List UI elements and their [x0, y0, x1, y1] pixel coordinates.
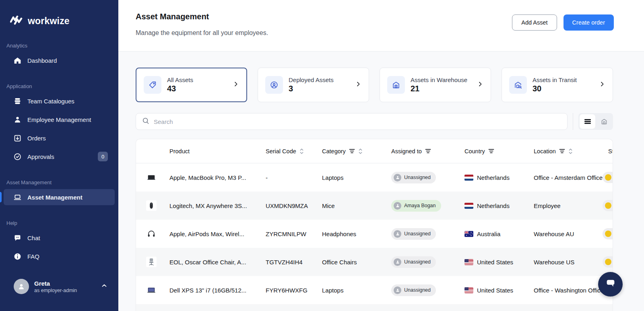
search-input[interactable]: [154, 118, 561, 125]
content-area: All Assets 43 Deployed Assets 3: [118, 51, 644, 311]
card-all-assets[interactable]: All Assets 43: [136, 68, 247, 102]
assigned-to-cell: Unassigned: [391, 228, 464, 240]
column-header-status[interactable]: Status: [608, 148, 613, 154]
sidebar-item-chat[interactable]: Chat: [0, 229, 118, 247]
status-badge: [603, 172, 613, 183]
next-row-partial: [136, 304, 613, 311]
yellow-status-dot: [605, 231, 611, 237]
workwize-logo[interactable]: workwize: [0, 0, 118, 27]
sidebar-item-label: Asset Management: [27, 194, 83, 201]
category: Office Chairs: [322, 259, 391, 266]
assignee-pill: Unassigned: [391, 284, 436, 296]
card-assets-in-transit[interactable]: Assets in Transit 30: [502, 68, 613, 102]
chat-launcher-button[interactable]: [598, 272, 623, 297]
serial-code: -: [266, 174, 322, 181]
card-count: 30: [533, 84, 577, 93]
table-row[interactable]: EOL, Oscar Office Chair, A... TGTVZH4IH4…: [136, 248, 613, 276]
create-order-button[interactable]: Create order: [564, 14, 614, 31]
page-header: Asset Management Manage the equipment fo…: [118, 0, 644, 51]
table-row[interactable]: Apple, MacBook Pro, M3 P... - Laptops Un…: [136, 163, 613, 192]
sidebar-item-asset-management[interactable]: Asset Management: [4, 189, 115, 205]
assigned-to-cell: Unassigned: [391, 172, 464, 183]
location: Employee: [534, 202, 608, 209]
person-icon: [394, 230, 401, 238]
header-actions: Add Asset Create order: [512, 12, 614, 51]
column-header-assigned-to[interactable]: Assigned to: [391, 148, 464, 154]
sidebar-item-label: Employee Management: [27, 116, 91, 123]
add-asset-button[interactable]: Add Asset: [512, 14, 557, 31]
country-name: Netherlands: [477, 202, 510, 209]
column-header-country[interactable]: Country: [464, 148, 534, 154]
column-label: Assigned to: [391, 148, 422, 154]
status-cell: [608, 172, 613, 183]
sidebar: workwize Analytics Dashboard Application…: [0, 0, 118, 311]
sidebar-item-employee-management[interactable]: Employee Management: [0, 110, 118, 129]
sidebar-item-orders[interactable]: Orders: [0, 129, 118, 147]
serial-code: FYRY6HWXFG: [266, 287, 322, 294]
table-header-row: Product Serial Code Category Assigned to: [136, 139, 613, 163]
country-cell: United States: [464, 287, 534, 294]
search-icon: [142, 117, 150, 126]
column-label: Serial Code: [266, 148, 296, 154]
list-view-icon[interactable]: [580, 114, 595, 129]
sidebar-item-approvals[interactable]: Approvals 0: [0, 147, 118, 166]
serial-code: ZYRCMNILPW: [266, 231, 322, 237]
category: Laptops: [322, 287, 391, 294]
sidebar-item-team-catalogues[interactable]: Team Catalogues: [0, 92, 118, 110]
divider: [573, 113, 573, 130]
serial-code: UXMDKN9MZA: [266, 202, 322, 209]
table-row[interactable]: Apple, AirPods Max, Wirel... ZYRCMNILPW …: [136, 220, 613, 248]
person-icon: [394, 174, 401, 181]
sidebar-section-analytics: Analytics: [6, 43, 112, 49]
search-box: [136, 113, 568, 130]
approvals-count-badge: 0: [98, 152, 108, 161]
chevron-up-icon[interactable]: [101, 282, 108, 291]
product-name: EOL, Oscar Office Chair, A...: [169, 259, 266, 266]
assignee-name: Unassigned: [404, 231, 431, 237]
chevron-right-icon: [477, 81, 483, 89]
australia-flag: [464, 231, 473, 237]
assignee-name: Unassigned: [404, 259, 431, 265]
person-icon: [394, 258, 401, 266]
table-row[interactable]: Dell XPS 13" i7 (16GB/512... FYRY6HWXFG …: [136, 276, 613, 304]
chat-bubble-icon: [605, 278, 617, 291]
column-header-serial-code[interactable]: Serial Code: [266, 148, 322, 154]
product-name: Logitech, MX Anywhere 3S...: [169, 202, 266, 209]
warehouse-view-icon[interactable]: [596, 114, 612, 129]
netherlands-flag: [464, 203, 473, 209]
yellow-status-dot: [605, 259, 611, 265]
sidebar-item-label: Approvals: [27, 153, 54, 160]
flag-canton: [464, 287, 469, 290]
united-states-flag: [464, 287, 473, 293]
serial-code: TGTVZH4IH4: [266, 259, 322, 266]
product-name: Dell XPS 13" i7 (16GB/512...: [169, 287, 266, 294]
user-icon: [13, 115, 22, 124]
card-count: 3: [289, 84, 334, 93]
warehouse-search-icon: [509, 76, 527, 94]
card-assets-in-warehouse[interactable]: Assets in Warehouse 21: [380, 68, 491, 102]
status-badge: [603, 256, 613, 268]
main-area: Asset Management Manage the equipment fo…: [118, 0, 644, 311]
column-header-category[interactable]: Category: [322, 148, 391, 154]
user-menu[interactable]: Greta as employer-admin: [0, 279, 118, 311]
country-cell: United States: [464, 259, 534, 266]
column-header-product[interactable]: Product: [169, 148, 266, 154]
column-label: Country: [464, 148, 485, 154]
workwize-logo-icon: [10, 15, 24, 27]
table-row[interactable]: Logitech, MX Anywhere 3S... UXMDKN9MZA M…: [136, 192, 613, 220]
column-label: Location: [534, 148, 556, 154]
sort-icon: [358, 148, 363, 154]
filter-icon: [559, 148, 565, 154]
sidebar-item-dashboard[interactable]: Dashboard: [0, 51, 118, 70]
card-deployed-assets[interactable]: Deployed Assets 3: [258, 68, 369, 102]
chat-icon: [13, 234, 22, 242]
page-title: Asset Management: [136, 12, 268, 21]
column-header-location[interactable]: Location: [534, 148, 608, 154]
country-name: United States: [477, 287, 513, 294]
sidebar-item-faq[interactable]: FAQ: [0, 247, 118, 266]
office-chair-thumb: [146, 257, 157, 267]
assigned-to-cell: Amaya Bogan: [391, 200, 464, 212]
country-cell: Australia: [464, 231, 534, 237]
chevron-right-icon: [233, 81, 239, 89]
country-name: Netherlands: [477, 174, 510, 181]
